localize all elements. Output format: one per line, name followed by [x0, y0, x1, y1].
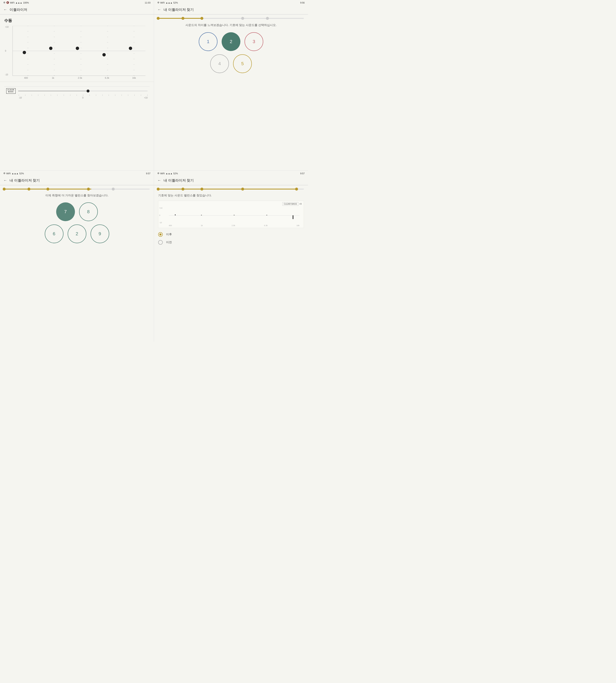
wifi-icon-4: WiFi	[160, 172, 165, 175]
clear-bass-section: CLEAR BASS	[4, 86, 150, 101]
circles-row-2: 4 5	[210, 54, 252, 73]
prog-dot-3-3	[46, 188, 49, 191]
bar-2k5	[234, 215, 235, 215]
circle-option-3[interactable]: 3	[244, 32, 263, 51]
bar-400	[175, 214, 176, 215]
mini-eq-header: CLEAR BASS +9	[158, 201, 304, 207]
mini-x-16k: 16k	[296, 225, 300, 227]
prog-dot-4-2	[181, 188, 184, 191]
circle-8[interactable]: 8	[79, 202, 98, 221]
eq-divider	[0, 82, 154, 82]
mini-y-bot: -10	[159, 221, 162, 223]
mini-x-6k3: 6.3k	[264, 225, 268, 227]
eq-knob-6k3[interactable]	[103, 53, 106, 57]
prog-dot-4-1	[157, 188, 160, 191]
time-1: 11:03	[145, 1, 151, 4]
panel-equalizer: ⚙ 🔇 WiFi ▲▲▲ 100% 11:03 ← 이퀄라이저 수동 +10 0…	[0, 0, 154, 171]
prog-dot-4-3	[200, 188, 203, 191]
circle-2[interactable]: 2	[68, 225, 86, 243]
eq-knob-1k[interactable]	[49, 47, 52, 50]
signal-icon-3: ▲▲▲	[12, 172, 19, 175]
circle-7[interactable]: 7	[56, 202, 75, 221]
eq-grid-border	[13, 26, 146, 76]
prog-dot-4-5	[295, 188, 298, 191]
bar-16k	[293, 215, 293, 219]
circles-container: 1 2 3 4 5	[158, 32, 304, 73]
cb-label-min: -10	[19, 97, 22, 99]
panel-find-eq-top: ⚙ WiFi ▲▲▲ 52% 9:56 ← 내 이퀄라이저 찾기 사운드의 차	[154, 0, 308, 171]
circle-option-2[interactable]: 2	[222, 32, 240, 51]
status-right-4: 9:57	[300, 172, 305, 175]
clear-bass-logo: CLEAR BASS	[6, 88, 16, 94]
header-2: ← 내 이퀄라이저 찾기	[154, 5, 308, 14]
progress-bar-3	[4, 185, 150, 194]
bt-icon: ⚙	[3, 1, 5, 4]
battery-4: 52%	[173, 172, 178, 175]
circle-option-4[interactable]: 4	[210, 54, 229, 73]
back-button-2[interactable]: ←	[157, 7, 161, 12]
prog-dot-3-2	[27, 188, 30, 191]
clear-bass-badge: CLEAR BASS	[282, 202, 299, 206]
back-button-4[interactable]: ←	[157, 178, 161, 183]
radio-row-after[interactable]: 이후	[158, 232, 304, 237]
signal-icon-2: ▲▲▲	[166, 1, 173, 4]
page-title-2: 내 이퀄라이저 찾기	[163, 7, 194, 12]
eq-col-6k3	[103, 26, 108, 76]
eq-mode-label: 수동	[4, 18, 150, 23]
battery-2: 52%	[173, 1, 178, 4]
circles-bottom-left: 7 8 6 2 9	[4, 202, 150, 243]
radio-circle-after[interactable]	[158, 232, 163, 237]
clear-bass-line2: BASS	[8, 91, 14, 93]
status-right-1: 11:03	[145, 1, 151, 4]
eq-knob-16k[interactable]	[129, 47, 132, 50]
circles-bl-row-1: 7 8	[56, 202, 98, 221]
back-button-1[interactable]: ←	[3, 7, 7, 12]
clear-bass-val: +9	[299, 203, 302, 205]
eq-y-labels: +10 0 -10	[5, 26, 8, 76]
eq-col-400	[23, 26, 28, 76]
mini-eq-chart: +10 0 -10	[169, 207, 300, 223]
prog-dot-4-4	[241, 188, 244, 191]
progress-fill-4	[158, 189, 296, 190]
clear-bass-slider[interactable]	[18, 89, 148, 93]
mini-eq-y-labels: +10 0 -10	[159, 207, 162, 223]
clear-bass-knob[interactable]	[87, 89, 89, 92]
eq-col-2k5	[76, 26, 82, 76]
eq-knob-2k5[interactable]	[76, 47, 79, 50]
clear-bass-fill	[18, 91, 88, 91]
circle-9[interactable]: 9	[90, 225, 109, 243]
find-eq-description: 사운드의 차이를 느껴보겠습니다. 기호에 맞는 사운드를 선택하십시오.	[158, 23, 304, 27]
panel-find-eq-bottom-left: ⚙ WiFi ▲▲▲ 52% 9:57 ← 내 이퀄라이저 찾기 이제 취향에 …	[0, 171, 154, 342]
x-label-6k3: 6.3k	[104, 77, 110, 79]
header-1: ← 이퀄라이저	[0, 5, 154, 14]
prog-dot-4	[241, 17, 244, 20]
circle-6[interactable]: 6	[45, 225, 64, 243]
mini-eq-container: CLEAR BASS +9 +10 0 -10	[158, 201, 304, 228]
bottom-left-content: 이제 취향에 더 가까운 밸런스를 찾아보겠습니다. 7 8 6 2 9	[0, 185, 154, 248]
status-bar-3: ⚙ WiFi ▲▲▲ 52% 9:57	[0, 171, 154, 176]
result-description: 기호에 맞는 사운드 밸런스를 찾았습니다.	[158, 194, 304, 197]
mini-x-2k5: 2.5k	[232, 225, 235, 227]
header-3: ← 내 이퀄라이저 찾기	[0, 176, 154, 185]
cb-ticks-row	[19, 94, 148, 96]
radio-row-before[interactable]: 이전	[158, 240, 304, 245]
time-3: 9:57	[146, 172, 151, 175]
mini-y-mid: 0	[159, 214, 162, 216]
y-label-mid: 0	[5, 50, 8, 52]
x-label-400: 400	[23, 77, 29, 79]
prog-dot-3-5	[112, 188, 115, 191]
battery-3: 52%	[19, 172, 24, 175]
radio-label-before: 이전	[166, 240, 172, 244]
circle-option-5[interactable]: 5	[233, 54, 252, 73]
eq-knob-400[interactable]	[23, 51, 26, 54]
circle-option-1[interactable]: 1	[199, 32, 218, 51]
progress-bar	[158, 15, 304, 23]
status-left-3: ⚙ WiFi ▲▲▲ 52%	[3, 172, 24, 175]
back-button-3[interactable]: ←	[3, 178, 7, 183]
status-left-2: ⚙ WiFi ▲▲▲ 52%	[157, 1, 178, 4]
radio-circle-before[interactable]	[158, 240, 163, 245]
mute-icon: 🔇	[6, 1, 9, 4]
circles-bl-row-2: 6 2 9	[45, 225, 109, 243]
cb-x-labels: -10 0 +10	[19, 97, 148, 99]
progress-fill	[158, 18, 202, 19]
